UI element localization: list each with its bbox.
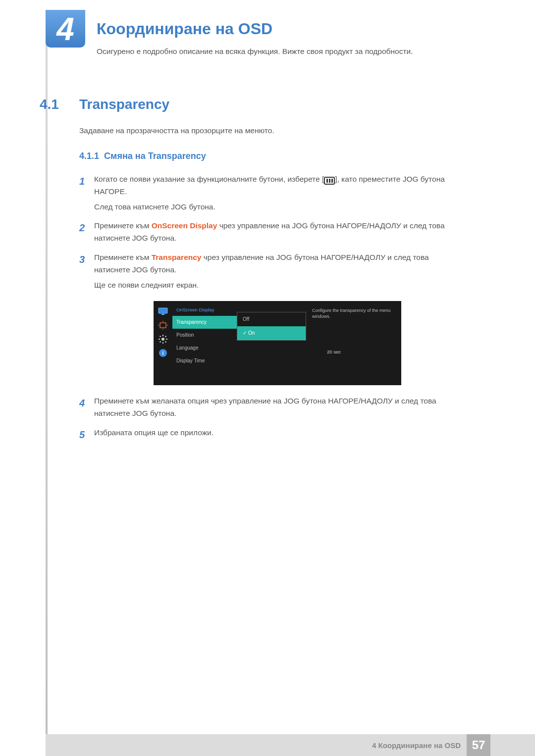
subsection-number: 4.1.1 xyxy=(79,151,99,161)
menu-icon xyxy=(324,177,335,185)
step-2: 2 Преминете към OnScreen Display чрез уп… xyxy=(79,220,461,245)
step-number: 3 xyxy=(79,252,94,395)
step-number: 1 xyxy=(79,173,94,213)
step-body: Преминете към Transparency чрез управлен… xyxy=(94,252,461,395)
subsection-heading: 4.1.1 Смяна на Transparency xyxy=(79,151,206,161)
step-extra: След това натиснете JOG бутона. xyxy=(94,201,461,213)
info-icon: i xyxy=(158,349,168,357)
svg-line-8 xyxy=(160,336,161,337)
step-body: Преминете към желаната опция чрез управл… xyxy=(94,395,461,420)
svg-line-11 xyxy=(165,336,166,337)
chapter-description: Осигурено е подробно описание на всяка ф… xyxy=(97,47,413,56)
check-icon: ✓ xyxy=(243,330,247,336)
osd-help-text: Configure the transparency of the menu w… xyxy=(306,301,401,385)
step-number: 4 xyxy=(79,395,94,420)
step-3: 3 Преминете към Transparency чрез управл… xyxy=(79,252,461,395)
osd-mock-screen: i OnScreen Display Transparency Position… xyxy=(154,301,401,385)
svg-rect-1 xyxy=(161,314,164,315)
footer-page-number: 57 xyxy=(467,734,490,756)
svg-line-9 xyxy=(165,342,166,343)
left-margin-stripe xyxy=(46,10,48,743)
highlight-text: Transparency xyxy=(152,253,202,261)
chapter-title: Координиране на OSD xyxy=(97,20,272,38)
step-body: Когато се появи указание за функционални… xyxy=(94,173,461,213)
svg-rect-0 xyxy=(159,308,167,313)
osd-menu-column: OnScreen Display Transparency Position L… xyxy=(172,301,237,385)
footer-chapter-label: 4 Координиране на OSD xyxy=(372,741,461,750)
step-extra: Ще се появи следният екран. xyxy=(94,279,461,292)
svg-point-3 xyxy=(161,338,164,341)
subsection-title: Смяна на Transparency xyxy=(104,151,206,161)
step-4: 4 Преминете към желаната опция чрез упра… xyxy=(79,395,461,420)
step-body: Избраната опция ще се приложи. xyxy=(94,427,461,443)
step-number: 5 xyxy=(79,427,94,443)
osd-heading: OnScreen Display xyxy=(172,305,237,315)
osd-display-time-value: 20 sec xyxy=(327,348,341,355)
osd-row-language: Language xyxy=(172,342,237,354)
resize-icon xyxy=(158,321,168,330)
step-body: Преминете към OnScreen Display чрез упра… xyxy=(94,220,461,245)
osd-row-transparency: Transparency xyxy=(172,316,237,329)
section-title: Transparency xyxy=(79,97,169,112)
osd-sidebar-icons: i xyxy=(154,301,172,385)
osd-option-on: ✓On xyxy=(237,326,306,340)
svg-line-10 xyxy=(160,342,161,343)
highlight-text: OnScreen Display xyxy=(152,221,217,230)
step-number: 2 xyxy=(79,220,94,245)
step-5: 5 Избраната опция ще се приложи. xyxy=(79,427,461,443)
osd-option-off: Off xyxy=(237,312,306,326)
osd-row-display-time: Display Time xyxy=(172,354,237,367)
gear-icon xyxy=(158,335,168,344)
footer-bar: 4 Координиране на OSD 57 xyxy=(46,734,535,756)
section-number: 4.1 xyxy=(40,97,59,112)
svg-text:i: i xyxy=(162,350,163,356)
chapter-number-badge: 4 xyxy=(46,10,85,48)
monitor-icon xyxy=(158,307,168,316)
section-description: Задаване на прозрачността на прозорците … xyxy=(79,126,274,135)
step-1: 1 Когато се появи указание за функционал… xyxy=(79,173,461,213)
svg-rect-2 xyxy=(160,323,166,328)
osd-row-position: Position xyxy=(172,329,237,342)
osd-options-column: Off ✓On xyxy=(237,301,306,385)
